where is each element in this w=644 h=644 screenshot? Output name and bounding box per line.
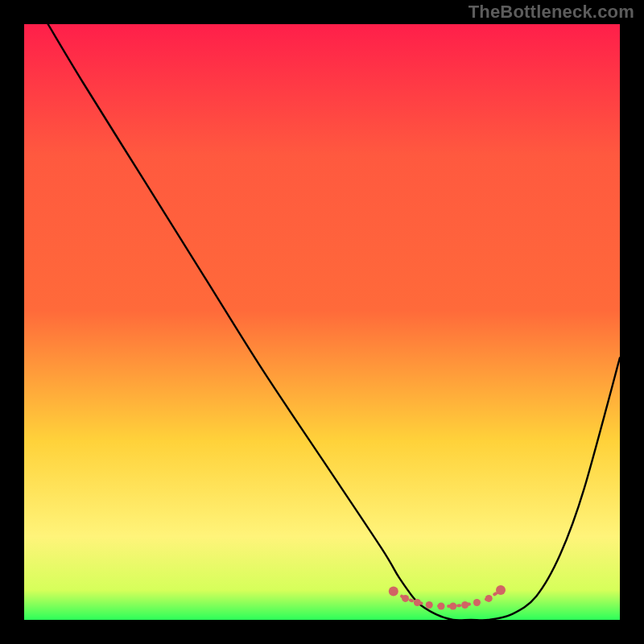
optimal-range-marker — [389, 587, 398, 597]
optimal-range-marker — [496, 585, 506, 595]
optimal-range-marker — [426, 601, 433, 609]
optimal-range-marker — [449, 603, 456, 610]
gradient-background — [24, 24, 620, 620]
optimal-range-marker — [473, 599, 481, 606]
watermark-text: TheBottleneck.com — [469, 2, 634, 23]
plot-svg — [24, 24, 620, 620]
chart-frame: TheBottleneck.com — [0, 0, 644, 644]
optimal-range-marker — [414, 599, 421, 606]
plot-area — [24, 24, 620, 620]
optimal-range-marker — [485, 595, 493, 602]
optimal-range-marker — [438, 603, 445, 610]
optimal-range-marker — [402, 595, 409, 602]
optimal-range-marker — [461, 601, 469, 609]
